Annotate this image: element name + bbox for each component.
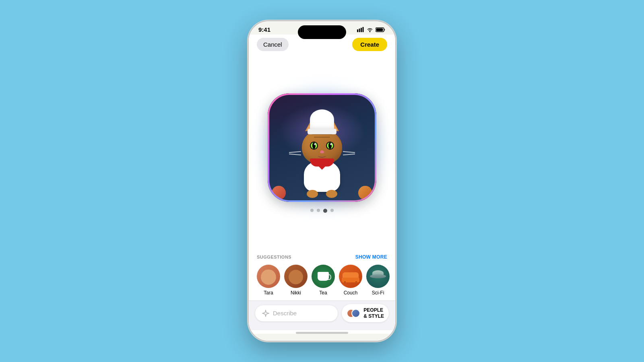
suggestion-tea[interactable]: Tea (312, 265, 335, 296)
dynamic-island (298, 25, 346, 39)
main-image-area (249, 56, 395, 251)
people-style-label-line1: PEOPLE (363, 307, 384, 313)
cat-paw-right (326, 190, 337, 198)
bottom-bar: Describe PEOPLE & STYLE (249, 300, 395, 330)
svg-rect-0 (357, 29, 358, 32)
suggestion-couch[interactable]: Couch (339, 265, 362, 296)
chef-hat (308, 109, 336, 134)
suggestions-list: Tara Nikki (257, 265, 387, 300)
people-style-button[interactable]: PEOPLE & STYLE (342, 304, 389, 322)
svg-rect-2 (361, 28, 362, 32)
wifi-icon (367, 27, 373, 32)
cat-body (290, 113, 354, 198)
food-item-left (272, 186, 286, 200)
cat-eye-right (326, 142, 334, 150)
people-avatar-2 (351, 309, 360, 318)
phone-content: Cancel Create (249, 35, 395, 334)
cat-mouth (318, 154, 326, 158)
whisker-right-2 (343, 153, 355, 155)
avatar-tea (312, 265, 335, 288)
suggestion-tara[interactable]: Tara (257, 265, 280, 296)
cat-paws (307, 190, 337, 198)
image-glow (266, 91, 378, 204)
suggestions-section: SUGGESTIONS SHOW MORE Tara (249, 251, 395, 300)
generated-image[interactable] (268, 93, 376, 202)
people-style-label-line2: & STYLE (363, 313, 384, 319)
phone-mockup: 9:41 (248, 20, 396, 342)
avatar-scifi (366, 265, 390, 288)
cat-eye-left (310, 142, 318, 150)
status-time: 9:41 (258, 26, 270, 33)
whisker-right-1 (343, 151, 355, 152)
suggestion-label-couch: Couch (344, 290, 358, 296)
cat-paw-left (307, 190, 318, 198)
ufo-icon (370, 270, 386, 282)
describe-placeholder: Describe (273, 310, 297, 317)
battery-icon (376, 27, 386, 32)
cat-neckerchief (310, 158, 334, 167)
tea-cup-icon (318, 272, 329, 281)
suggestion-label-tara: Tara (264, 290, 273, 296)
create-button[interactable]: Create (352, 38, 387, 51)
food-item-right (358, 186, 372, 200)
svg-rect-3 (363, 27, 364, 32)
signal-icon (357, 27, 364, 32)
people-avatar-stack (347, 308, 361, 319)
whisker-left-2 (289, 153, 301, 155)
svg-rect-6 (376, 28, 383, 31)
avatar-nikki (284, 265, 308, 288)
cat-eyes (310, 142, 334, 150)
cat-scene (268, 93, 376, 202)
cancel-button[interactable]: Cancel (257, 38, 289, 51)
phone-frame: 9:41 (248, 20, 396, 342)
suggestion-label-scifi: Sci-Fi (372, 290, 384, 296)
suggestion-scifi[interactable]: Sci-Fi (366, 265, 390, 296)
home-indicator (296, 332, 348, 334)
avatar-couch (339, 265, 362, 288)
suggestions-label: SUGGESTIONS (257, 255, 291, 259)
avatar-tara (257, 265, 280, 288)
show-more-button[interactable]: SHOW MORE (355, 254, 387, 260)
suggestions-header: SUGGESTIONS SHOW MORE (257, 254, 387, 260)
status-icons (357, 27, 386, 32)
svg-point-4 (369, 31, 371, 32)
cat-torso (304, 160, 340, 192)
cat-nose (320, 150, 324, 153)
suggestion-label-nikki: Nikki (291, 290, 301, 296)
couch-icon (343, 272, 359, 282)
sparkle-icon (262, 309, 270, 317)
describe-input-area[interactable]: Describe (255, 305, 338, 321)
whisker-left-1 (289, 151, 301, 152)
suggestion-nikki[interactable]: Nikki (284, 265, 308, 296)
suggestion-label-tea: Tea (319, 290, 327, 296)
svg-rect-1 (359, 29, 360, 32)
